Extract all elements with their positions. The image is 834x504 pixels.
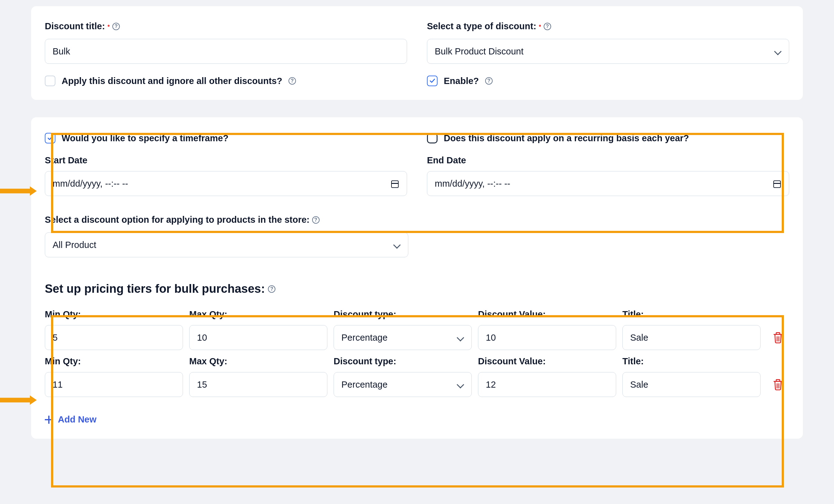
discount-option-select[interactable]: All Product <box>45 233 408 257</box>
tier-type-header: Discount type: <box>334 309 472 320</box>
help-icon[interactable] <box>544 23 551 30</box>
chevron-down-icon <box>393 241 400 248</box>
enable-checkbox[interactable] <box>427 75 438 86</box>
help-icon[interactable] <box>268 285 276 293</box>
discount-type-label: Select a type of discount: • <box>427 21 789 31</box>
tier-type-header: Discount type: <box>334 356 472 367</box>
help-icon[interactable] <box>312 216 320 224</box>
tier-title-input[interactable]: Sale <box>622 325 761 350</box>
start-date-group: Start Date mm/dd/yyyy, --:-- -- <box>45 155 407 196</box>
start-date-input[interactable]: mm/dd/yyyy, --:-- -- <box>45 171 407 196</box>
plus-icon <box>45 416 53 424</box>
ignore-others-checkbox[interactable] <box>45 75 56 86</box>
tier-row: 5 10 Percentage 10 Sale <box>45 325 789 350</box>
end-date-value: mm/dd/yyyy, --:-- -- <box>435 179 510 189</box>
tier-max-header: Max Qty: <box>189 356 327 367</box>
recurring-checkbox[interactable] <box>427 133 438 144</box>
tier-type-select[interactable]: Percentage <box>334 325 472 350</box>
start-date-label: Start Date <box>45 155 407 166</box>
discount-title-input[interactable]: Bulk <box>45 39 407 64</box>
discount-type-value: Bulk Product Discount <box>435 46 523 57</box>
end-date-group: End Date mm/dd/yyyy, --:-- -- <box>427 155 789 196</box>
tier-max-header: Max Qty: <box>189 309 327 320</box>
discount-type-label-text: Select a type of discount: <box>427 21 536 31</box>
delete-tier-button[interactable] <box>772 378 784 391</box>
required-marker: • <box>107 22 110 29</box>
add-new-label: Add New <box>58 414 96 425</box>
tier-title-header: Title: <box>622 356 761 367</box>
tier-value-input[interactable]: 12 <box>478 372 616 397</box>
recurring-label: Does this discount apply on a recurring … <box>444 133 689 144</box>
discount-option-value: All Product <box>52 240 96 250</box>
tier-value-input[interactable]: 10 <box>478 325 616 350</box>
tier-min-input[interactable]: 11 <box>45 372 183 397</box>
recurring-row: Does this discount apply on a recurring … <box>427 133 789 144</box>
tiers-heading: Set up pricing tiers for bulk purchases: <box>45 282 789 295</box>
help-icon[interactable] <box>485 77 492 85</box>
tiers-heading-text: Set up pricing tiers for bulk purchases: <box>45 282 265 295</box>
discount-title-value: Bulk <box>52 46 70 57</box>
specify-timeframe-checkbox[interactable] <box>45 133 56 144</box>
discount-details-card: Would you like to specify a timeframe? D… <box>31 117 803 439</box>
calendar-icon <box>391 179 399 188</box>
tier-value-header: Discount Value: <box>478 356 616 367</box>
help-icon[interactable] <box>288 77 296 85</box>
specify-timeframe-label: Would you like to specify a timeframe? <box>62 133 228 144</box>
delete-tier-button[interactable] <box>772 331 784 344</box>
help-icon[interactable] <box>112 23 120 30</box>
ignore-others-row: Apply this discount and ignore all other… <box>45 75 407 86</box>
trash-icon <box>772 378 784 391</box>
tier-type-value: Percentage <box>342 379 388 390</box>
ignore-others-label: Apply this discount and ignore all other… <box>62 76 282 86</box>
specify-timeframe-row: Would you like to specify a timeframe? <box>45 133 407 144</box>
arrow-icon <box>0 187 37 196</box>
svg-marker-1 <box>30 187 37 196</box>
discount-basic-card: Discount title: • Bulk Select a type of … <box>31 6 803 100</box>
tier-header-row: Min Qty: Max Qty: Discount type: Discoun… <box>45 309 789 320</box>
trash-icon <box>772 331 784 344</box>
chevron-down-icon <box>457 381 464 388</box>
calendar-icon <box>773 179 782 188</box>
tier-header-row: Min Qty: Max Qty: Discount type: Discoun… <box>45 356 789 367</box>
tier-table: Min Qty: Max Qty: Discount type: Discoun… <box>45 309 789 397</box>
tier-value-header: Discount Value: <box>478 309 616 320</box>
discount-option-label-text: Select a discount option for applying to… <box>45 215 310 225</box>
chevron-down-icon <box>457 334 464 341</box>
tier-min-header: Min Qty: <box>45 356 183 367</box>
tier-type-value: Percentage <box>342 333 388 343</box>
end-date-input[interactable]: mm/dd/yyyy, --:-- -- <box>427 171 789 196</box>
discount-title-label: Discount title: • <box>45 21 407 31</box>
add-new-button[interactable]: Add New <box>45 414 96 425</box>
discount-type-group: Select a type of discount: • Bulk Produc… <box>427 21 789 64</box>
tier-max-input[interactable]: 15 <box>189 372 327 397</box>
required-marker: • <box>539 22 541 29</box>
start-date-value: mm/dd/yyyy, --:-- -- <box>52 179 128 189</box>
arrow-icon <box>0 395 37 405</box>
tier-min-input[interactable]: 5 <box>45 325 183 350</box>
svg-marker-3 <box>30 395 37 405</box>
tier-type-select[interactable]: Percentage <box>334 372 472 397</box>
tier-title-header: Title: <box>622 309 761 320</box>
discount-title-group: Discount title: • Bulk <box>45 21 407 64</box>
discount-title-label-text: Discount title: <box>45 21 105 31</box>
enable-label: Enable? <box>444 76 479 86</box>
tier-min-header: Min Qty: <box>45 309 183 320</box>
discount-type-select[interactable]: Bulk Product Discount <box>427 39 789 64</box>
tier-row: 11 15 Percentage 12 Sale <box>45 372 789 397</box>
discount-option-label: Select a discount option for applying to… <box>45 215 789 225</box>
end-date-label: End Date <box>427 155 789 166</box>
chevron-down-icon <box>774 48 782 55</box>
enable-row: Enable? <box>427 75 789 86</box>
tier-title-input[interactable]: Sale <box>622 372 761 397</box>
tier-max-input[interactable]: 10 <box>189 325 327 350</box>
discount-option-group: Select a discount option for applying to… <box>45 215 789 257</box>
